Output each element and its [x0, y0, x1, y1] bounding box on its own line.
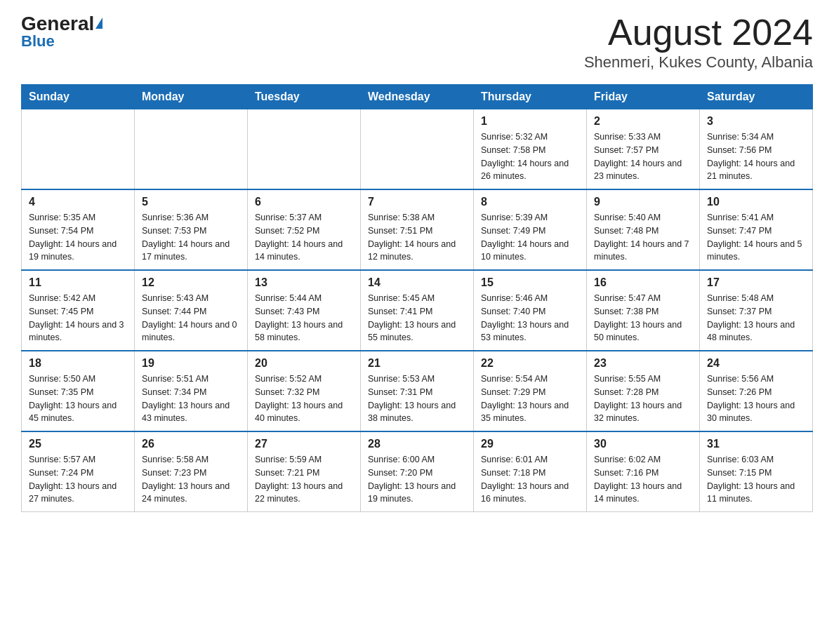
table-row: 6Sunrise: 5:37 AM Sunset: 7:52 PM Daylig… [248, 189, 361, 270]
calendar-title: August 2024 [584, 14, 813, 51]
day-info: Sunrise: 5:41 AM Sunset: 7:47 PM Dayligh… [707, 211, 805, 264]
day-number: 26 [142, 438, 240, 450]
table-row: 1Sunrise: 5:32 AM Sunset: 7:58 PM Daylig… [474, 109, 587, 190]
table-row: 19Sunrise: 5:51 AM Sunset: 7:34 PM Dayli… [135, 351, 248, 431]
title-block: August 2024 Shenmeri, Kukes County, Alba… [584, 14, 813, 72]
day-number: 12 [142, 276, 240, 289]
table-row: 3Sunrise: 5:34 AM Sunset: 7:56 PM Daylig… [700, 109, 813, 190]
day-info: Sunrise: 5:46 AM Sunset: 7:40 PM Dayligh… [481, 292, 579, 344]
table-row: 24Sunrise: 5:56 AM Sunset: 7:26 PM Dayli… [700, 351, 813, 431]
logo: General Blue [21, 14, 102, 51]
day-info: Sunrise: 6:02 AM Sunset: 7:16 PM Dayligh… [594, 453, 692, 506]
day-info: Sunrise: 5:52 AM Sunset: 7:32 PM Dayligh… [255, 373, 353, 425]
day-number: 10 [707, 196, 805, 208]
table-row: 22Sunrise: 5:54 AM Sunset: 7:29 PM Dayli… [474, 351, 587, 431]
day-info: Sunrise: 5:38 AM Sunset: 7:51 PM Dayligh… [368, 211, 466, 264]
table-row: 10Sunrise: 5:41 AM Sunset: 7:47 PM Dayli… [700, 189, 813, 270]
day-number: 27 [255, 438, 353, 450]
day-info: Sunrise: 5:34 AM Sunset: 7:56 PM Dayligh… [707, 130, 805, 183]
day-info: Sunrise: 5:35 AM Sunset: 7:54 PM Dayligh… [29, 211, 127, 264]
day-info: Sunrise: 5:55 AM Sunset: 7:28 PM Dayligh… [594, 373, 692, 425]
day-number: 24 [707, 357, 805, 370]
day-number: 1 [481, 115, 579, 128]
table-row: 23Sunrise: 5:55 AM Sunset: 7:28 PM Dayli… [587, 351, 700, 431]
calendar-week-row: 25Sunrise: 5:57 AM Sunset: 7:24 PM Dayli… [22, 431, 813, 512]
col-sunday: Sunday [22, 85, 135, 109]
logo-blue-text: Blue [21, 32, 55, 51]
day-number: 9 [594, 196, 692, 208]
day-info: Sunrise: 5:40 AM Sunset: 7:48 PM Dayligh… [594, 211, 692, 264]
table-row: 21Sunrise: 5:53 AM Sunset: 7:31 PM Dayli… [361, 351, 474, 431]
day-number: 5 [142, 196, 240, 208]
table-row: 15Sunrise: 5:46 AM Sunset: 7:40 PM Dayli… [474, 270, 587, 351]
day-info: Sunrise: 5:44 AM Sunset: 7:43 PM Dayligh… [255, 292, 353, 344]
logo-triangle-icon [95, 18, 102, 29]
logo-general-text: General [21, 14, 102, 34]
day-info: Sunrise: 5:58 AM Sunset: 7:23 PM Dayligh… [142, 453, 240, 506]
day-info: Sunrise: 5:39 AM Sunset: 7:49 PM Dayligh… [481, 211, 579, 264]
day-info: Sunrise: 5:51 AM Sunset: 7:34 PM Dayligh… [142, 373, 240, 425]
day-number: 14 [368, 276, 466, 289]
day-number: 19 [142, 357, 240, 370]
table-row: 31Sunrise: 6:03 AM Sunset: 7:15 PM Dayli… [700, 431, 813, 512]
calendar-week-row: 11Sunrise: 5:42 AM Sunset: 7:45 PM Dayli… [22, 270, 813, 351]
day-number: 29 [481, 438, 579, 450]
day-number: 18 [29, 357, 127, 370]
calendar-subtitle: Shenmeri, Kukes County, Albania [584, 53, 813, 72]
table-row: 17Sunrise: 5:48 AM Sunset: 7:37 PM Dayli… [700, 270, 813, 351]
day-number: 30 [594, 438, 692, 450]
col-friday: Friday [587, 85, 700, 109]
calendar-week-row: 4Sunrise: 5:35 AM Sunset: 7:54 PM Daylig… [22, 189, 813, 270]
day-number: 4 [29, 196, 127, 208]
table-row: 11Sunrise: 5:42 AM Sunset: 7:45 PM Dayli… [22, 270, 135, 351]
day-info: Sunrise: 5:53 AM Sunset: 7:31 PM Dayligh… [368, 373, 466, 425]
col-wednesday: Wednesday [361, 85, 474, 109]
calendar-week-row: 18Sunrise: 5:50 AM Sunset: 7:35 PM Dayli… [22, 351, 813, 431]
col-saturday: Saturday [700, 85, 813, 109]
day-info: Sunrise: 5:32 AM Sunset: 7:58 PM Dayligh… [481, 130, 579, 183]
table-row [248, 109, 361, 190]
day-info: Sunrise: 5:37 AM Sunset: 7:52 PM Dayligh… [255, 211, 353, 264]
col-thursday: Thursday [474, 85, 587, 109]
calendar-table: Sunday Monday Tuesday Wednesday Thursday… [21, 84, 813, 512]
table-row: 30Sunrise: 6:02 AM Sunset: 7:16 PM Dayli… [587, 431, 700, 512]
day-number: 8 [481, 196, 579, 208]
day-info: Sunrise: 6:03 AM Sunset: 7:15 PM Dayligh… [707, 453, 805, 506]
table-row: 20Sunrise: 5:52 AM Sunset: 7:32 PM Dayli… [248, 351, 361, 431]
calendar-header-row: Sunday Monday Tuesday Wednesday Thursday… [22, 85, 813, 109]
table-row: 8Sunrise: 5:39 AM Sunset: 7:49 PM Daylig… [474, 189, 587, 270]
table-row: 29Sunrise: 6:01 AM Sunset: 7:18 PM Dayli… [474, 431, 587, 512]
table-row: 9Sunrise: 5:40 AM Sunset: 7:48 PM Daylig… [587, 189, 700, 270]
day-info: Sunrise: 5:43 AM Sunset: 7:44 PM Dayligh… [142, 292, 240, 344]
day-info: Sunrise: 5:57 AM Sunset: 7:24 PM Dayligh… [29, 453, 127, 506]
day-info: Sunrise: 5:56 AM Sunset: 7:26 PM Dayligh… [707, 373, 805, 425]
day-number: 28 [368, 438, 466, 450]
table-row [22, 109, 135, 190]
day-number: 13 [255, 276, 353, 289]
day-info: Sunrise: 5:48 AM Sunset: 7:37 PM Dayligh… [707, 292, 805, 344]
day-info: Sunrise: 5:42 AM Sunset: 7:45 PM Dayligh… [29, 292, 127, 344]
calendar-week-row: 1Sunrise: 5:32 AM Sunset: 7:58 PM Daylig… [22, 109, 813, 190]
table-row: 27Sunrise: 5:59 AM Sunset: 7:21 PM Dayli… [248, 431, 361, 512]
day-number: 25 [29, 438, 127, 450]
col-tuesday: Tuesday [248, 85, 361, 109]
table-row: 25Sunrise: 5:57 AM Sunset: 7:24 PM Dayli… [22, 431, 135, 512]
day-number: 17 [707, 276, 805, 289]
day-number: 20 [255, 357, 353, 370]
col-monday: Monday [135, 85, 248, 109]
day-info: Sunrise: 5:54 AM Sunset: 7:29 PM Dayligh… [481, 373, 579, 425]
table-row: 18Sunrise: 5:50 AM Sunset: 7:35 PM Dayli… [22, 351, 135, 431]
table-row: 5Sunrise: 5:36 AM Sunset: 7:53 PM Daylig… [135, 189, 248, 270]
table-row: 2Sunrise: 5:33 AM Sunset: 7:57 PM Daylig… [587, 109, 700, 190]
day-number: 23 [594, 357, 692, 370]
day-number: 21 [368, 357, 466, 370]
table-row: 28Sunrise: 6:00 AM Sunset: 7:20 PM Dayli… [361, 431, 474, 512]
day-number: 2 [594, 115, 692, 128]
table-row: 16Sunrise: 5:47 AM Sunset: 7:38 PM Dayli… [587, 270, 700, 351]
day-number: 11 [29, 276, 127, 289]
day-info: Sunrise: 6:00 AM Sunset: 7:20 PM Dayligh… [368, 453, 466, 506]
table-row: 26Sunrise: 5:58 AM Sunset: 7:23 PM Dayli… [135, 431, 248, 512]
table-row [135, 109, 248, 190]
day-info: Sunrise: 5:45 AM Sunset: 7:41 PM Dayligh… [368, 292, 466, 344]
day-number: 22 [481, 357, 579, 370]
